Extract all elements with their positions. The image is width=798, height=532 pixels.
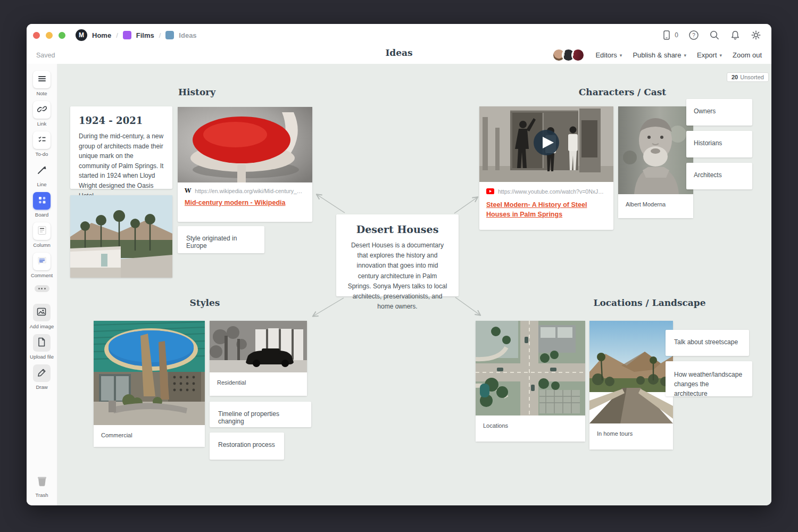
svg-text:?: ? — [692, 32, 695, 38]
ideas-board-icon[interactable] — [165, 31, 174, 39]
connector-line[interactable] — [454, 197, 477, 213]
youtube-link[interactable]: Steel Modern- A History of Steel Houses … — [479, 197, 609, 226]
note-card-desert-houses[interactable]: Desert Houses Desert Houses is a documen… — [336, 214, 459, 296]
palm-street-image — [70, 195, 172, 278]
export-menu-button[interactable]: Export▾ — [697, 51, 722, 59]
tool-add-image[interactable]: Add image — [30, 304, 54, 329]
aerial-intersection-image — [476, 321, 585, 415]
publish-share-menu-button[interactable]: Publish & share▾ — [633, 51, 686, 59]
image-card-home-tours[interactable]: In home tours — [589, 321, 673, 450]
add-image-icon — [36, 306, 47, 319]
youtube-favicon — [486, 187, 494, 196]
breadcrumb-ideas: Ideas — [179, 31, 196, 39]
minimize-window-button[interactable] — [46, 32, 53, 39]
save-status: Saved — [36, 52, 55, 59]
section-title-locations[interactable]: Locations / Landscape — [593, 297, 705, 308]
note-card-historians[interactable]: Historians — [686, 131, 752, 157]
tool-board[interactable]: Board — [33, 192, 51, 218]
tool-note[interactable]: Note — [33, 71, 51, 96]
tool-link[interactable]: Link — [33, 101, 51, 127]
mobile-device-icon[interactable] — [662, 30, 671, 40]
tool-draw[interactable]: Draw — [33, 364, 51, 390]
window-controls — [33, 32, 65, 39]
more-tools-button[interactable] — [35, 285, 49, 292]
connector-line[interactable] — [317, 195, 345, 213]
avatar — [571, 48, 585, 62]
residential-house-image — [210, 321, 307, 372]
link-card-wikipedia[interactable]: W https://en.wikipedia.org/wiki/Mid-cent… — [178, 107, 312, 222]
connector-line[interactable] — [455, 297, 480, 315]
tool-line[interactable]: Line — [33, 162, 51, 187]
video-thumbnail-image — [479, 106, 613, 182]
editors-menu-button[interactable]: Editors▾ — [595, 51, 622, 59]
tool-column[interactable]: Column — [33, 222, 51, 248]
editor-avatars[interactable] — [552, 48, 585, 62]
upload-file-icon — [36, 337, 47, 350]
board-icon — [37, 195, 47, 207]
link-icon — [37, 104, 47, 116]
note-card-style-europe[interactable]: Style originated in Europe — [178, 226, 264, 253]
image-caption: Locations — [476, 415, 585, 442]
breadcrumb: Home / Films / Ideas — [92, 31, 197, 39]
link-card-youtube[interactable]: https://www.youtube.com/watch?v=0NxJ0qYn… — [479, 106, 613, 230]
image-card-locations[interactable]: Locations — [476, 321, 585, 442]
commercial-building-image — [94, 321, 205, 425]
note-card-1924[interactable]: 1924 - 2021 During the mid-century, a ne… — [70, 106, 172, 189]
note-card-owners[interactable]: Owners — [686, 99, 752, 126]
image-caption: Albert Moderna — [618, 194, 693, 218]
close-window-button[interactable] — [33, 32, 40, 39]
zoom-out-button[interactable]: Zoom out — [733, 51, 762, 59]
tool-upload-file[interactable]: Upload file — [30, 334, 54, 360]
section-title-history[interactable]: History — [178, 87, 215, 97]
note-title: Desert Houses — [346, 223, 449, 235]
notifications-bell-icon[interactable] — [730, 30, 741, 40]
chevron-down-icon: ▾ — [620, 53, 622, 58]
milanote-logo-icon[interactable]: M — [76, 29, 87, 41]
image-caption: Residential — [210, 372, 307, 396]
link-url: https://www.youtube.com/watch?v=0NxJ0qYn — [498, 188, 606, 195]
trash-dropzone[interactable]: Trash — [35, 474, 49, 498]
maximize-window-button[interactable] — [59, 32, 65, 39]
tool-sidebar: Note Link To-do Line Board Column Commen… — [27, 64, 57, 505]
tool-todo[interactable]: To-do — [33, 131, 51, 157]
image-card-commercial[interactable]: Commercial — [94, 321, 205, 447]
column-icon — [37, 225, 47, 238]
line-arrow-icon — [36, 164, 48, 178]
settings-gear-icon[interactable] — [751, 30, 761, 40]
note-card-weather[interactable]: How weather/landscape changes the archit… — [666, 361, 752, 396]
chair-image — [178, 107, 312, 182]
link-url: https://en.wikipedia.org/wiki/Mid-centur… — [195, 188, 305, 194]
films-board-icon[interactable] — [123, 31, 131, 39]
board-canvas[interactable]: 20Unsorted History Characters / Cast Sty… — [57, 64, 771, 505]
section-title-characters[interactable]: Characters / Cast — [579, 87, 666, 97]
note-card-restoration[interactable]: Restoration process — [210, 433, 284, 460]
portrait-image — [618, 106, 693, 194]
comment-icon — [37, 255, 47, 268]
search-icon[interactable] — [709, 30, 720, 40]
note-icon — [37, 74, 47, 86]
image-card-albert-moderna[interactable]: Albert Moderna — [618, 106, 693, 218]
unsorted-badge[interactable]: 20Unsorted — [727, 72, 769, 82]
image-card-residential[interactable]: Residential — [210, 321, 307, 396]
note-body: Desert Houses is a documentary that expl… — [346, 240, 449, 312]
header: M Home / Films / Ideas 0 ? — [27, 24, 771, 64]
image-caption: Commercial — [94, 425, 205, 447]
note-card-timeline[interactable]: Timeline of properties changing — [210, 402, 311, 427]
breadcrumb-home[interactable]: Home — [92, 31, 111, 39]
page-title: Ideas — [385, 47, 412, 58]
todo-icon — [37, 135, 47, 146]
help-icon[interactable]: ? — [688, 30, 699, 40]
wikipedia-favicon: W — [185, 187, 191, 194]
note-card-streetscape[interactable]: Talk about streetscape — [666, 330, 749, 356]
wikipedia-link[interactable]: Mid-century modern - Wikipedia — [178, 195, 312, 214]
draw-pencil-icon — [37, 367, 47, 380]
chevron-down-icon: ▾ — [684, 53, 686, 58]
image-card-palm-street[interactable] — [70, 195, 172, 278]
note-card-architects[interactable]: Architects — [686, 163, 752, 189]
breadcrumb-films[interactable]: Films — [136, 31, 154, 39]
street-mountain-image — [589, 321, 673, 423]
section-title-styles[interactable]: Styles — [190, 297, 220, 308]
image-caption: In home tours — [589, 423, 673, 450]
tool-comment[interactable]: Comment — [31, 253, 53, 278]
connector-line[interactable] — [313, 298, 344, 316]
